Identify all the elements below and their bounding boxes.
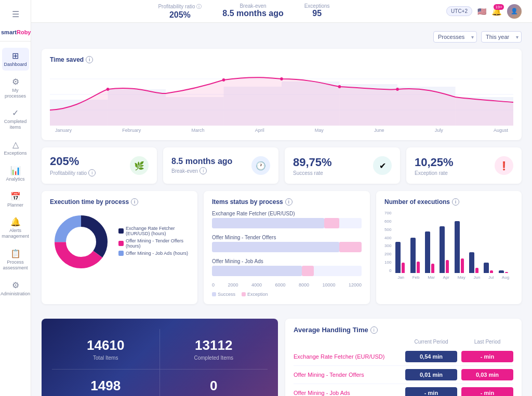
aht-current-tender[interactable]: 0,01 min (405, 369, 457, 380)
sidebar-item-administration[interactable]: ⚙ Administration (2, 277, 29, 300)
sidebar-item-exceptions[interactable]: △ Exceptions (2, 136, 29, 159)
time-saved-title: Time saved i (50, 56, 513, 63)
aht-col-last: Last Period (461, 339, 513, 345)
aht-row-eur: Exchange Rate Fetcher (EUR/USD) 0,54 min… (294, 348, 513, 366)
logo-roby: Roby (17, 29, 31, 35)
items-status-info[interactable]: i (285, 198, 292, 206)
aht-row-tender: Offer Mining - Tender Offers 0,01 min 0,… (294, 366, 513, 384)
dashboard-icon: ⊞ (12, 51, 19, 61)
user-avatar[interactable]: 👤 (507, 4, 522, 19)
stat-completed-value: 13112 (165, 337, 263, 353)
vbar-mar-dark (425, 231, 430, 273)
legend-success-dot (212, 292, 216, 296)
items-status-title: Items status by process i (212, 198, 362, 206)
aht-header: Average Handling Time i (294, 326, 513, 334)
vbar-mar (425, 231, 437, 273)
processes-select[interactable]: Processes (433, 31, 477, 43)
breakeven-label: Break-even (222, 3, 283, 9)
stat-exception-value: 1498 (57, 378, 154, 394)
utc-badge: UTC+2 (446, 6, 472, 16)
vbar-yaxis: 700 600 500 400 300 200 100 0 (384, 211, 393, 273)
hbar-legend-exception: Exception (242, 292, 268, 297)
analytics-icon: 📊 (10, 166, 21, 175)
dashboard-content: Processes This year Time saved i (31, 23, 532, 396)
topbar-right: UTC+2 🇺🇸 🔔19+ 👤 (446, 4, 522, 19)
vbar-apr-dark (440, 226, 445, 273)
stat-pending-value: 0 (165, 378, 263, 394)
sidebar-item-alerts[interactable]: 🔔 Alerts management (2, 214, 29, 242)
hbar-legend: Success Exception (212, 292, 362, 297)
vbar-mar-pink (431, 264, 434, 273)
topbar: Profitability ratio ⓘ 205% Break-even 8.… (31, 0, 532, 23)
sidebar-item-process-assessment[interactable]: 📋 Process assessment (2, 245, 29, 274)
vbar-jul (484, 263, 496, 273)
aht-last-tender[interactable]: 0,03 min (461, 369, 513, 380)
hbar-eur-exception (324, 218, 339, 228)
legend-item-eur: Exchange Rate Fetcher (EUR/USD) (hours) (118, 226, 189, 236)
donut-chart (50, 211, 112, 273)
kpi-success: 89,75% Success rate ✔ (285, 147, 400, 184)
stat-total-label: Total Items (57, 355, 154, 361)
hbar-eur-track (212, 218, 362, 228)
aht-current-eur[interactable]: 0,54 min (405, 351, 457, 362)
aht-process-tender: Offer Mining - Tender Offers (294, 372, 401, 378)
hbar-legend-success: Success (212, 292, 235, 297)
sidebar-item-analytics[interactable]: 📊 Analytics (2, 162, 29, 185)
vbar-jun (469, 252, 482, 273)
kpi-exception: 10,25% Exception rate ❗ (406, 147, 522, 184)
notifications-button[interactable]: 🔔19+ (491, 6, 502, 16)
svg-point-13 (280, 77, 283, 80)
topbar-profitability: Profitability ratio ⓘ 205% (158, 3, 202, 20)
stat-pending: 0 Pending Items (160, 370, 268, 396)
chart-months: January February March April May June Ju… (50, 128, 513, 133)
admin-icon: ⚙ (12, 280, 19, 290)
aht-col-headers: Current Period Last Period (294, 339, 513, 345)
aht-last-eur[interactable]: - min (461, 351, 513, 362)
controls-row: Processes This year (42, 31, 522, 43)
hbar-jobs-exception (302, 266, 314, 276)
vbar-feb-pink (417, 262, 420, 273)
aht-current-jobs[interactable]: - min (405, 387, 457, 396)
vbar-jun-pink (475, 268, 478, 273)
period-select[interactable]: This year (481, 31, 522, 43)
time-saved-info-icon[interactable]: i (86, 56, 93, 63)
svg-point-12 (222, 78, 225, 81)
kpi-breakeven-info[interactable]: i (200, 167, 207, 174)
exceptions-icon: △ (12, 140, 19, 149)
aht-info-icon[interactable]: i (370, 326, 378, 334)
kpi-profitability-info[interactable]: i (88, 169, 96, 176)
aht-last-jobs[interactable]: - min (461, 387, 513, 396)
execution-time-info[interactable]: i (131, 198, 138, 206)
charts-row: Execution time by process i (42, 191, 522, 311)
kpi-breakeven-label: Break-even i (171, 167, 232, 174)
items-status-card: Items status by process i Exchange Rate … (204, 191, 370, 304)
assessment-icon: 📋 (10, 249, 21, 258)
hamburger-button[interactable]: ☰ (0, 5, 31, 23)
sidebar-item-my-processes[interactable]: ⚙ My processes (2, 74, 29, 102)
legend-item-tender: Offer Mining - Tender Offers (hours) (118, 238, 189, 249)
sidebar-item-planner[interactable]: 📅 Planner (2, 188, 29, 211)
svg-point-19 (66, 227, 96, 256)
hbar-jobs-track (212, 266, 362, 276)
period-select-wrapper: This year (481, 31, 522, 43)
vbar-jan-dark (395, 242, 401, 273)
sidebar-item-completed[interactable]: ✓ Completed items (2, 105, 29, 133)
logo-smart: smart (1, 29, 17, 35)
hbar-jobs: Offer Mining - Job Ads (212, 258, 362, 276)
stat-exception: 1498 Exception Items (52, 370, 160, 396)
kpi-profitability: 205% Profitability ratio i 🌿 (42, 147, 157, 184)
kpi-breakeven-value: 8.5 months ago (171, 157, 232, 166)
vbar-apr (440, 226, 452, 273)
profitability-value: 205% (158, 10, 202, 20)
sidebar-item-dashboard[interactable]: ⊞ Dashboard (2, 48, 29, 71)
svg-point-15 (396, 88, 399, 91)
executions-info[interactable]: i (452, 198, 459, 206)
kpi-exception-label: Exception rate (415, 170, 454, 176)
vbar-chart-wrapper: Jan Feb Mar Apr May Jun Jul Aug (393, 211, 513, 280)
completed-icon: ✓ (12, 108, 19, 118)
stat-total: 14610 Total Items (52, 329, 160, 370)
vbar-jun-dark (469, 252, 474, 273)
stat-completed: 13112 Completed Items (160, 329, 268, 370)
main-content: Profitability ratio ⓘ 205% Break-even 8.… (31, 0, 532, 396)
aht-card: Average Handling Time i Current Period L… (285, 319, 522, 396)
